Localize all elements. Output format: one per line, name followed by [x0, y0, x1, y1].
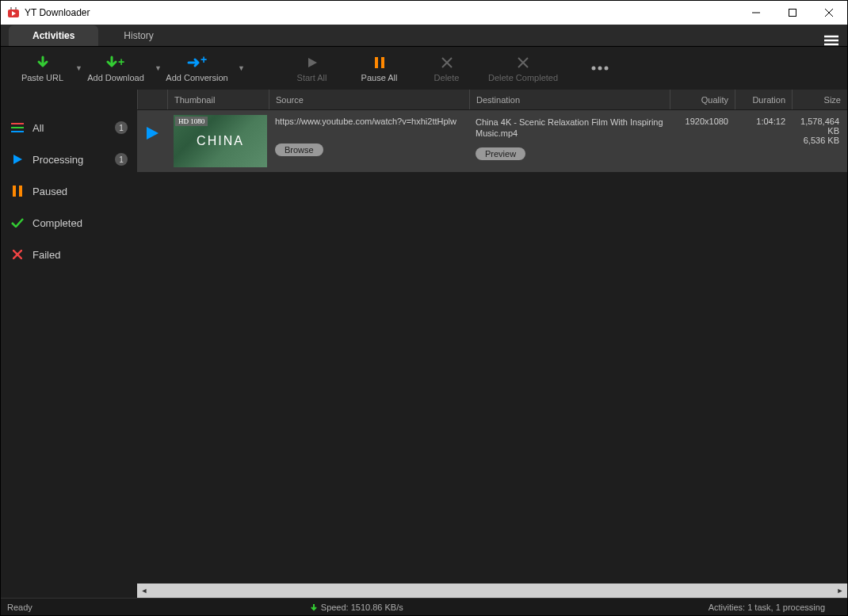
status-ready: Ready	[7, 603, 48, 612]
pause-all-button[interactable]: Pause All	[346, 51, 413, 86]
minimize-button[interactable]	[738, 1, 774, 25]
window-title: YT Downloader	[25, 7, 90, 18]
sidebar-item-processing[interactable]: Processing 1	[1, 143, 137, 175]
more-button[interactable]	[566, 56, 633, 80]
col-source[interactable]: Source	[269, 90, 469, 109]
sidebar-item-all[interactable]: All 1	[1, 112, 137, 143]
scroll-left-icon[interactable]: ◄	[137, 583, 151, 598]
svg-rect-11	[381, 57, 384, 68]
sidebar-item-failed[interactable]: Failed	[1, 239, 137, 270]
col-duration[interactable]: Duration	[735, 90, 792, 109]
pause-icon	[373, 56, 386, 69]
size-total: 1,578,464 KB	[798, 117, 839, 136]
svg-text:+: +	[201, 55, 207, 66]
tabbar: Activities History	[1, 25, 847, 47]
col-destination[interactable]: Destination	[469, 90, 670, 109]
size-done: 6,536 KB	[798, 136, 839, 145]
svg-rect-2	[789, 10, 796, 17]
status-activities: Activities: 1 task, 1 processing	[709, 603, 825, 612]
app-icon	[7, 6, 20, 19]
play-icon	[306, 56, 319, 69]
status-speed: Speed: 1510.86 KB/s	[321, 603, 403, 612]
statusbar: Ready Speed: 1510.86 KB/s Activities: 1 …	[1, 598, 847, 615]
maximize-button[interactable]	[774, 1, 811, 25]
delete-icon	[441, 57, 453, 68]
play-icon	[12, 154, 23, 165]
sidebar-item-paused[interactable]: Paused	[1, 175, 137, 207]
count-badge: 1	[115, 153, 128, 166]
sidebar-label: All	[32, 122, 44, 134]
svg-rect-22	[13, 186, 16, 197]
delete-completed-button[interactable]: Delete Completed	[480, 51, 566, 86]
tab-history[interactable]: History	[100, 25, 177, 46]
thumbnail-image: HD 1080 CHINA	[174, 115, 267, 167]
download-arrow-icon	[36, 55, 50, 70]
toolbar: Paste URL ▼ + Add Download ▼ + Add Conve…	[1, 47, 847, 90]
duration-value: 1:04:12	[735, 115, 792, 126]
x-icon	[13, 250, 22, 259]
preview-button[interactable]: Preview	[476, 147, 525, 160]
sidebar: All 1 Processing 1 Paused Completed Fail…	[1, 90, 137, 598]
col-thumbnail[interactable]: Thumbnail	[167, 90, 269, 109]
sidebar-label: Completed	[32, 217, 82, 229]
delete-completed-icon	[518, 57, 529, 68]
browse-button[interactable]: Browse	[275, 143, 323, 156]
quality-value: 1920x1080	[670, 115, 735, 126]
list-icon	[11, 123, 24, 132]
sidebar-label: Failed	[32, 249, 60, 261]
paste-url-button[interactable]: Paste URL ▼	[9, 51, 76, 86]
start-all-button[interactable]: Start All	[278, 51, 346, 86]
download-row[interactable]: HD 1080 CHINA https://www.youtube.com/wa…	[137, 110, 847, 172]
svg-point-17	[598, 67, 602, 71]
sidebar-label: Paused	[32, 186, 67, 197]
hamburger-icon	[824, 35, 838, 46]
pause-icon	[13, 186, 22, 197]
sidebar-label: Processing	[32, 154, 83, 166]
tab-activities[interactable]: Activities	[9, 25, 98, 46]
add-conversion-button[interactable]: + Add Conversion ▼	[155, 51, 239, 86]
svg-text:+: +	[118, 55, 124, 68]
close-button[interactable]	[811, 1, 847, 25]
scroll-right-icon[interactable]: ►	[833, 583, 847, 598]
convert-plus-icon: +	[187, 55, 208, 70]
source-url: https://www.youtube.com/watch?v=hxhi2ttH…	[275, 117, 463, 126]
add-download-button[interactable]: + Add Download ▼	[76, 51, 155, 86]
svg-rect-10	[375, 57, 378, 68]
play-icon[interactable]	[145, 126, 159, 140]
svg-point-16	[591, 67, 595, 71]
sidebar-item-completed[interactable]: Completed	[1, 207, 137, 239]
count-badge: 1	[115, 121, 128, 134]
svg-point-18	[604, 67, 608, 71]
thumbnail-text: CHINA	[197, 134, 244, 148]
destination-filename: China 4K - Scenic Relaxation Film With I…	[476, 117, 663, 140]
delete-button[interactable]: Delete	[413, 51, 480, 86]
chevron-down-icon[interactable]: ▼	[238, 64, 245, 72]
col-quality[interactable]: Quality	[670, 90, 735, 109]
col-size[interactable]: Size	[792, 90, 847, 109]
hd-badge: HD 1080	[175, 117, 208, 126]
column-headers: Thumbnail Source Destination Quality Dur…	[137, 90, 847, 110]
menu-button[interactable]	[816, 35, 847, 46]
svg-rect-23	[19, 186, 22, 197]
horizontal-scrollbar[interactable]: ◄ ►	[137, 583, 847, 598]
scroll-track[interactable]	[151, 583, 833, 598]
check-icon	[11, 218, 24, 228]
dots-icon	[590, 65, 609, 71]
download-arrow-icon	[310, 603, 318, 611]
titlebar: YT Downloader	[1, 1, 847, 25]
download-plus-icon: +	[106, 55, 125, 70]
